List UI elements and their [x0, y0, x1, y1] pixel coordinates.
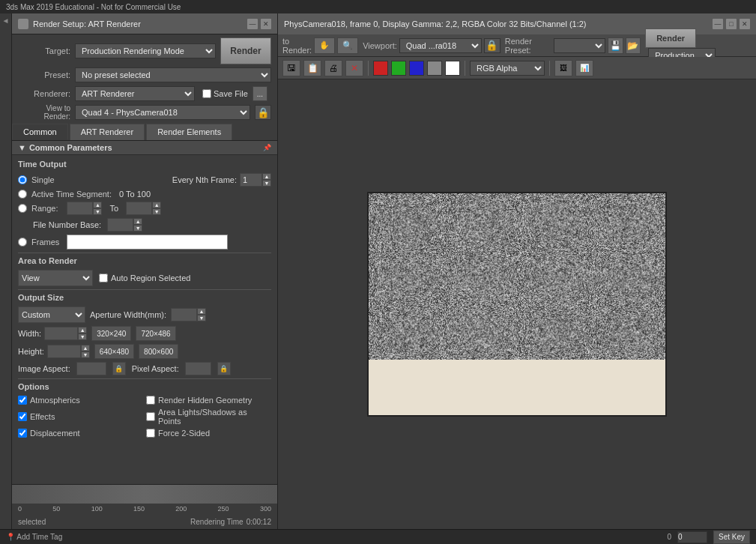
render-button-top[interactable]: Render: [220, 37, 271, 64]
cream-area: [369, 360, 665, 415]
preset-select[interactable]: No preset selected: [75, 67, 271, 82]
width-input[interactable]: 800: [44, 327, 78, 340]
single-radio[interactable]: [18, 175, 27, 184]
frames-input[interactable]: 1,3,5-12: [67, 235, 228, 250]
more-options-button[interactable]: ...: [252, 86, 267, 101]
frame-input[interactable]: [677, 531, 707, 543]
viewport-label: Viewport:: [363, 41, 397, 50]
zoom-tool-btn[interactable]: 🔍: [337, 37, 358, 54]
target-section: Target: Production Rendering Mode Render…: [12, 34, 277, 124]
area-lights-checkbox[interactable]: [146, 412, 155, 421]
pixel-aspect-input[interactable]: 1,0: [185, 362, 211, 375]
tab-render-elements[interactable]: Render Elements: [146, 124, 232, 140]
render-main-button[interactable]: Render: [645, 28, 696, 48]
aperture-up[interactable]: ▲: [197, 308, 206, 315]
file-number-up[interactable]: ▲: [133, 218, 142, 225]
output-size-h-row: Height: 600 ▲ ▼ 640×480 800×600: [18, 344, 271, 359]
output-size-select[interactable]: Custom: [18, 306, 85, 323]
area-select[interactable]: View: [18, 270, 93, 286]
channel-select[interactable]: RGB Alpha: [470, 61, 545, 76]
size-800x600-button[interactable]: 800×600: [139, 344, 178, 359]
minimize-button[interactable]: —: [247, 19, 258, 29]
every-nth-down[interactable]: ▼: [262, 180, 271, 187]
every-nth-input[interactable]: 1: [240, 173, 262, 187]
frames-label: Frames: [31, 238, 59, 247]
alpha-channel-btn[interactable]: [427, 61, 442, 76]
view-lock-button[interactable]: 🔒: [255, 105, 271, 120]
set-key-button[interactable]: Set Key: [713, 531, 750, 544]
active-time-row: Active Time Segment: 0 To 100: [18, 190, 271, 199]
save-render-btn[interactable]: 🖫: [282, 60, 300, 76]
height-down[interactable]: ▼: [81, 351, 90, 358]
height-up[interactable]: ▲: [81, 345, 90, 351]
size-720x486-button[interactable]: 720×486: [136, 326, 175, 341]
tab-bar: Common ART Renderer Render Elements: [12, 124, 277, 141]
render-hidden-checkbox[interactable]: [146, 396, 155, 405]
width-down[interactable]: ▼: [78, 333, 87, 340]
view-to-render-label: View toRender:: [18, 104, 70, 121]
selected-text: selected: [18, 518, 46, 526]
red-channel-btn[interactable]: [373, 61, 388, 76]
render-toolbar1: to Render: ✋ 🔍 Viewport: Quad ...ra018 🔒…: [278, 34, 756, 57]
range-to-input[interactable]: 100: [126, 202, 152, 215]
pixel-aspect-lock[interactable]: 🔒: [217, 362, 231, 375]
print-btn[interactable]: 🖨: [324, 60, 342, 76]
display-toggle-btn1[interactable]: 🖼: [554, 60, 572, 76]
render-window-title: PhysCamera018, frame 0, Display Gamma: 2…: [284, 19, 587, 28]
active-time-radio[interactable]: [18, 190, 27, 199]
section-expand-arrow: ▼: [18, 143, 26, 152]
panel-content: ▼ Common Parameters 📌 Time Output Single…: [12, 141, 277, 484]
target-select[interactable]: Production Rendering Mode: [75, 43, 216, 58]
height-input[interactable]: 600: [47, 345, 81, 358]
range-from-down[interactable]: ▼: [93, 208, 102, 215]
width-up[interactable]: ▲: [78, 327, 87, 333]
tab-art-renderer[interactable]: ART Renderer: [70, 124, 145, 140]
preset-save-btn[interactable]: 💾: [608, 37, 623, 54]
display-toggle-btn2[interactable]: 📊: [575, 60, 593, 76]
frames-radio[interactable]: [18, 238, 27, 247]
range-to-up[interactable]: ▲: [152, 202, 161, 208]
render-preset-select[interactable]: [554, 38, 605, 53]
renderer-select[interactable]: ART Renderer: [75, 86, 195, 101]
file-number-label: File Number Base:: [33, 220, 101, 229]
save-file-checkbox[interactable]: [202, 89, 211, 98]
range-to-down[interactable]: ▼: [152, 208, 161, 215]
effects-checkbox[interactable]: [18, 412, 27, 421]
file-number-down[interactable]: ▼: [133, 225, 142, 232]
file-number-input[interactable]: 0: [107, 218, 133, 232]
atmospherics-checkbox[interactable]: [18, 396, 27, 405]
blue-channel-btn[interactable]: [409, 61, 424, 76]
aperture-down[interactable]: ▼: [197, 315, 206, 321]
image-aspect-lock[interactable]: 🔒: [112, 362, 126, 375]
green-channel-btn[interactable]: [391, 61, 406, 76]
force-2sided-checkbox[interactable]: [146, 429, 155, 438]
clear-btn[interactable]: ✕: [345, 60, 363, 76]
viewport-lock-btn[interactable]: 🔒: [484, 38, 501, 53]
common-params-header[interactable]: ▼ Common Parameters 📌: [12, 141, 277, 155]
hand-tool-btn[interactable]: ✋: [314, 37, 335, 54]
range-from-up[interactable]: ▲: [93, 202, 102, 208]
range-radio[interactable]: [18, 204, 27, 213]
render-toolbar2: 🖫 📋 🖨 ✕ RGB Alpha 🖼 📊: [278, 57, 756, 79]
timeline-track[interactable]: [12, 485, 277, 504]
preset-load-btn[interactable]: 📂: [626, 37, 641, 54]
add-time-tag-btn[interactable]: 📍 Add Time Tag: [6, 533, 62, 541]
force-2sided-item: Force 2-Sided: [146, 429, 271, 438]
render-setup-panel: Render Setup: ART Renderer — ✕ Target: P…: [12, 13, 278, 529]
every-nth-up[interactable]: ▲: [262, 173, 271, 180]
copy-render-btn[interactable]: 📋: [303, 60, 321, 76]
tab-common[interactable]: Common: [12, 124, 68, 140]
auto-region-checkbox[interactable]: [99, 273, 108, 282]
viewport-select[interactable]: Quad ...ra018: [399, 38, 482, 53]
close-button[interactable]: ✕: [261, 19, 271, 29]
mono-channel-btn[interactable]: [445, 61, 460, 76]
view-to-render-select[interactable]: Quad 4 - PhysCamera018: [75, 105, 250, 120]
panel-title-bar: Render Setup: ART Renderer — ✕: [12, 13, 277, 34]
sidebar-collapse-icon[interactable]: ◄: [2, 16, 10, 25]
range-from-input[interactable]: 0: [67, 202, 93, 215]
image-aspect-input[interactable]: 1,333: [76, 362, 106, 375]
displacement-checkbox[interactable]: [18, 429, 27, 438]
size-640x480-button[interactable]: 640×480: [94, 344, 134, 359]
aperture-input[interactable]: 36,0: [171, 308, 197, 321]
size-320x240-button[interactable]: 320×240: [91, 326, 131, 341]
